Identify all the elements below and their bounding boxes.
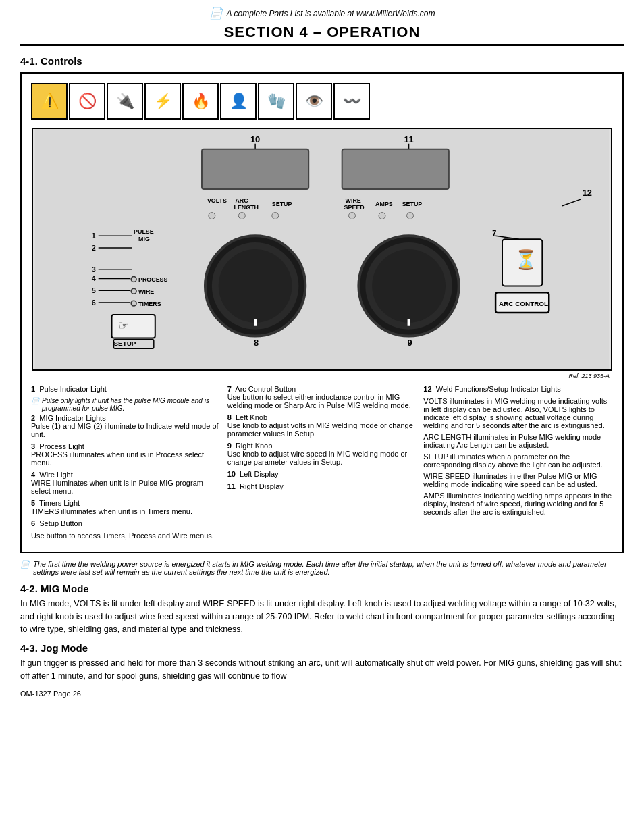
svg-point-17 bbox=[209, 213, 215, 219]
volts-desc: VOLTS illuminates in MIG welding mode in… bbox=[423, 397, 613, 429]
svg-text:5: 5 bbox=[92, 286, 96, 294]
top-note-text: A complete Parts List is available at ww… bbox=[227, 9, 435, 18]
safety-icon-6: 🧤 bbox=[258, 83, 294, 120]
svg-text:PULSE: PULSE bbox=[134, 228, 154, 235]
safety-icon-8: 〰️ bbox=[333, 83, 370, 120]
desc-item-11: 11 Right Display bbox=[227, 482, 417, 490]
svg-text:ARC CONTROL: ARC CONTROL bbox=[499, 300, 548, 307]
svg-point-49 bbox=[219, 249, 292, 323]
svg-point-35 bbox=[131, 288, 136, 294]
svg-text:LENGTH: LENGTH bbox=[234, 204, 258, 211]
desc-item-6: 6 Setup Button bbox=[31, 519, 221, 527]
svg-text:1: 1 bbox=[92, 232, 96, 240]
svg-text:PROCESS: PROCESS bbox=[138, 276, 167, 283]
descriptions: 1 Pulse Indicator Light 📄 Pulse only lig… bbox=[28, 380, 616, 545]
panel-diagram-svg: 10 11 12 VOLTS ARC LENGTH SETUP WIRE SPE… bbox=[32, 128, 612, 371]
footer-bar: OM-1327 Page 26 bbox=[20, 689, 624, 698]
safety-icon-1: 🚫 bbox=[69, 83, 105, 120]
wire-speed-desc: WIRE SPEED illuminates in either Pulse M… bbox=[423, 472, 613, 488]
svg-text:SPEED: SPEED bbox=[344, 204, 365, 211]
arc-length-desc: ARC LENGTH illuminates in Pulse MIG weld… bbox=[423, 433, 613, 449]
pulse-note: 📄 Pulse only lights if unit has the puls… bbox=[31, 397, 221, 412]
svg-text:SETUP: SETUP bbox=[113, 340, 136, 347]
setup-button-desc: Use button to access Timers, Process and… bbox=[31, 531, 221, 540]
desc-item-8: 8 Left Knob Use knob to adjust volts in … bbox=[227, 413, 417, 438]
controls-box: ⚠️ 🚫 🔌 ⚡ 🔥 👤 🧤 👁️ 〰️ 10 11 12 VO bbox=[20, 72, 624, 553]
svg-text:TIMERS: TIMERS bbox=[138, 301, 161, 307]
footer-text: OM-1327 Page 26 bbox=[20, 689, 81, 698]
svg-text:SETUP: SETUP bbox=[402, 201, 423, 207]
desc-item-4: 4 Wire Light WIRE illuminates when unit … bbox=[31, 471, 221, 495]
svg-text:9: 9 bbox=[408, 338, 412, 348]
svg-text:MIG: MIG bbox=[138, 236, 150, 242]
svg-text:⏳: ⏳ bbox=[514, 249, 538, 271]
safety-icon-4: 🔥 bbox=[182, 83, 219, 120]
svg-text:6: 6 bbox=[92, 298, 96, 307]
desc-item-1: 1 Pulse Indicator Light bbox=[31, 385, 221, 393]
svg-point-21 bbox=[379, 213, 385, 219]
svg-rect-8 bbox=[342, 149, 449, 189]
svg-text:4: 4 bbox=[92, 274, 96, 282]
svg-point-54 bbox=[372, 249, 446, 323]
svg-point-19 bbox=[272, 213, 279, 219]
bottom-note-text: The first time the welding power source … bbox=[33, 560, 624, 576]
section-42-title: 4-2. MIG Mode bbox=[20, 583, 624, 594]
svg-text:10: 10 bbox=[250, 134, 260, 145]
top-note: 📄 A complete Parts List is available at … bbox=[20, 7, 624, 20]
desc-item-9: 9 Right Knob Use knob to adjust wire spe… bbox=[227, 442, 417, 466]
desc-item-2: 2 MIG Indicator Lights Pulse (1) and MIG… bbox=[31, 414, 221, 438]
svg-text:☞: ☞ bbox=[118, 319, 129, 332]
setup-desc: SETUP illuminates when a parameter on th… bbox=[423, 452, 613, 469]
svg-point-31 bbox=[131, 277, 136, 282]
bottom-note: 📄 The first time the welding power sourc… bbox=[20, 560, 624, 576]
svg-text:AMPS: AMPS bbox=[375, 201, 393, 207]
svg-text:SETUP: SETUP bbox=[272, 201, 292, 207]
desc-col-2: 7 Arc Control Button Use button to selec… bbox=[227, 385, 417, 540]
section-43-text: If gun trigger is pressed and held for m… bbox=[20, 657, 624, 683]
page-icon: 📄 bbox=[209, 7, 223, 20]
svg-text:3: 3 bbox=[92, 265, 96, 273]
section-title: SECTION 4 – OPERATION bbox=[20, 24, 624, 46]
svg-text:ARC: ARC bbox=[235, 197, 248, 204]
desc-item-7: 7 Arc Control Button Use button to selec… bbox=[227, 385, 417, 409]
desc-item-3: 3 Process Light PROCESS illuminates when… bbox=[31, 442, 221, 467]
safety-icon-3: ⚡ bbox=[144, 83, 181, 120]
svg-point-18 bbox=[238, 213, 245, 219]
svg-text:11: 11 bbox=[404, 134, 413, 145]
svg-text:WIRE: WIRE bbox=[346, 197, 361, 204]
svg-text:WIRE: WIRE bbox=[138, 288, 154, 295]
safety-icon-7: 👁️ bbox=[296, 83, 332, 120]
svg-rect-7 bbox=[202, 149, 308, 189]
svg-point-22 bbox=[407, 213, 414, 219]
svg-text:12: 12 bbox=[583, 188, 592, 198]
desc-item-12: 12 Weld Functions/Setup Indicator Lights bbox=[423, 385, 613, 393]
warning-icon: ⚠️ bbox=[31, 83, 68, 120]
svg-point-39 bbox=[131, 301, 136, 306]
desc-item-10: 10 Left Display bbox=[227, 470, 417, 478]
amps-desc: AMPS illuminates indicating welding amps… bbox=[423, 492, 613, 516]
section-41-title: 4-1. Controls bbox=[20, 55, 624, 67]
desc-col-1: 1 Pulse Indicator Light 📄 Pulse only lig… bbox=[31, 385, 221, 540]
svg-text:VOLTS: VOLTS bbox=[207, 197, 227, 204]
bottom-note-icon: 📄 bbox=[20, 560, 30, 576]
svg-text:8: 8 bbox=[254, 338, 259, 348]
desc-item-5: 5 Timers Light TIMERS illuminates when u… bbox=[31, 499, 221, 515]
section-43-title: 4-3. Jog Mode bbox=[20, 642, 624, 654]
ref-text: Ref. 213 935-A bbox=[32, 373, 612, 380]
svg-point-20 bbox=[349, 213, 356, 219]
safety-icons-row: ⚠️ 🚫 🔌 ⚡ 🔥 👤 🧤 👁️ 〰️ bbox=[28, 80, 616, 122]
safety-icon-5: 👤 bbox=[220, 83, 257, 120]
svg-text:2: 2 bbox=[92, 244, 96, 252]
safety-icon-2: 🔌 bbox=[107, 83, 143, 120]
desc-col-3: 12 Weld Functions/Setup Indicator Lights… bbox=[423, 385, 613, 540]
section-42-text: In MIG mode, VOLTS is lit under left dis… bbox=[20, 598, 624, 635]
